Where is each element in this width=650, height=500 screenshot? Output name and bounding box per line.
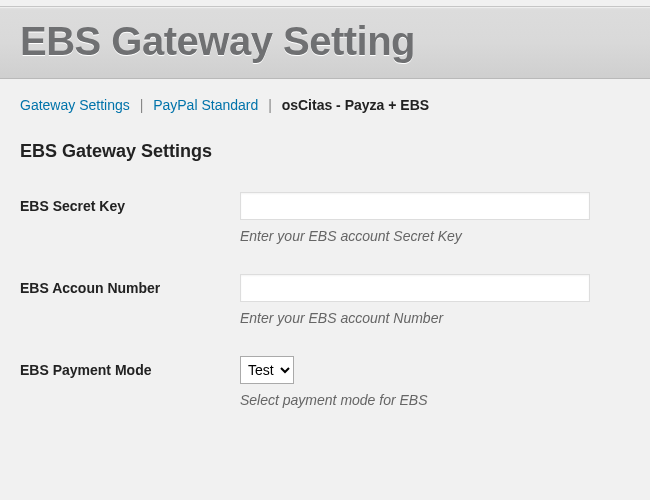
label-secret-key: EBS Secret Key: [20, 192, 240, 214]
help-payment-mode: Select payment mode for EBS: [240, 392, 590, 408]
input-account-number[interactable]: [240, 274, 590, 302]
field-row-payment-mode: EBS Payment Mode Test Select payment mod…: [20, 356, 630, 408]
select-payment-mode[interactable]: Test: [240, 356, 294, 384]
help-secret-key: Enter your EBS account Secret Key: [240, 228, 590, 244]
page-title: EBS Gateway Setting: [20, 19, 630, 64]
breadcrumb-separator: |: [268, 97, 272, 113]
breadcrumb-current: osCitas - Payza + EBS: [282, 97, 429, 113]
field-row-secret-key: EBS Secret Key Enter your EBS account Se…: [20, 192, 630, 244]
breadcrumb-separator: |: [140, 97, 144, 113]
label-payment-mode: EBS Payment Mode: [20, 356, 240, 378]
page-header: EBS Gateway Setting: [0, 6, 650, 79]
input-secret-key[interactable]: [240, 192, 590, 220]
breadcrumb-gateway-settings[interactable]: Gateway Settings: [20, 97, 130, 113]
content-area: Gateway Settings | PayPal Standard | osC…: [0, 79, 650, 456]
breadcrumb-paypal-standard[interactable]: PayPal Standard: [153, 97, 258, 113]
label-account-number: EBS Accoun Number: [20, 274, 240, 296]
field-row-account-number: EBS Accoun Number Enter your EBS account…: [20, 274, 630, 326]
breadcrumb: Gateway Settings | PayPal Standard | osC…: [20, 97, 630, 113]
section-title: EBS Gateway Settings: [20, 141, 630, 162]
help-account-number: Enter your EBS account Number: [240, 310, 590, 326]
